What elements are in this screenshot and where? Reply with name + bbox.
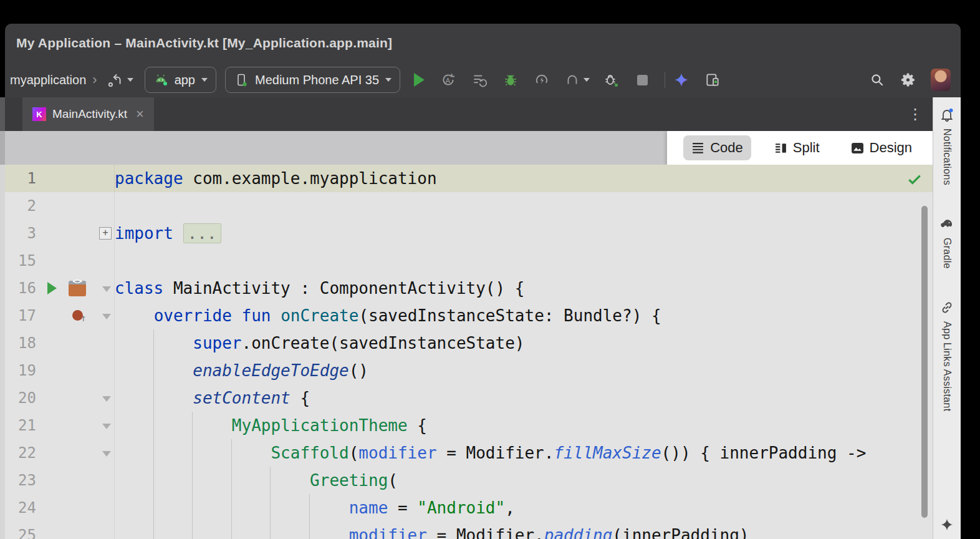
code-line[interactable]: 18 super.onCreate(savedInstanceState) [5,329,933,357]
gutter-marks: <> [36,274,114,302]
gutter-marks: + [36,220,114,247]
gemini-icon [673,72,689,88]
device-select[interactable]: Medium Phone API 35 [225,67,400,93]
code-editor[interactable]: Code Split Design [5,131,933,539]
line-number: 20 [5,384,36,412]
profile-options-icon [564,72,580,88]
line-number: 22 [5,439,36,467]
line-gutter: 23 [5,467,115,494]
fold-collapse-marker[interactable] [102,424,111,429]
code-line[interactable]: 20 setContent { [5,384,933,412]
fold-collapse-marker[interactable] [102,396,111,402]
inspections-status-button[interactable] [906,171,923,187]
code-line[interactable]: 25 modifier = Modifier.padding(innerPadd… [5,522,933,539]
settings-button[interactable] [900,70,917,90]
chevron-down-icon [385,78,392,82]
indent-guide [153,329,154,539]
chevron-down-icon [201,78,208,82]
stop-button[interactable] [633,70,651,90]
tool-app-links-assistant[interactable]: App Links Assistant [939,300,954,411]
run-button[interactable] [414,73,425,87]
device-manager-icon [704,72,721,88]
fold-collapse-marker[interactable] [102,314,111,319]
code-line[interactable]: 1package com.example.myapplication [5,165,933,192]
code-line[interactable]: 23 Greeting( [5,467,933,494]
vcs-widget-button[interactable] [107,70,133,90]
device-manager-button[interactable] [704,70,721,90]
search-icon [869,72,885,88]
run-gutter-icon[interactable] [47,282,57,294]
code-line[interactable]: 19 enableEdgeToEdge() [5,357,933,384]
user-avatar[interactable] [931,69,951,91]
code-line[interactable]: 15 [5,247,933,274]
code-lines[interactable]: 1package com.example.myapplication23+imp… [5,165,933,539]
gutter-marks [36,412,114,439]
work-area: K MainActivity.kt × ⋮ Code [5,97,961,539]
indent-guide [270,467,271,539]
profiler-button[interactable] [533,70,550,90]
line-gutter: 24 [5,494,115,522]
tab-options-kebab-icon[interactable]: ⋮ [908,97,923,131]
design-mode-button[interactable]: Design [843,135,920,160]
code-text: class MainActivity : ComponentActivity()… [115,274,524,302]
profile-options-button[interactable] [564,70,590,90]
debug-button[interactable] [502,70,519,90]
code-line[interactable]: 21 MyApplicationTheme { [5,412,933,439]
device-phone-icon [234,72,249,87]
tool-gradle[interactable]: Gradle [939,216,954,269]
gemini-sparkle-icon[interactable] [940,518,954,532]
code-mode-button[interactable]: Code [683,135,751,160]
tool-notifications[interactable]: Notifications [939,107,954,185]
tool-label: Gradle [941,238,953,269]
indent-guide [192,412,193,539]
close-icon[interactable]: × [136,107,144,121]
line-number: 16 [5,274,36,302]
apply-changes-button[interactable]: A [440,70,457,90]
editor-scrollbar[interactable] [921,206,928,518]
design-mode-label: Design [870,140,912,156]
fold-collapse-marker[interactable] [102,451,111,457]
apply-changes-icon: A [440,72,456,88]
run-configuration-select[interactable]: app [145,67,216,93]
title-bar[interactable]: My Application – MainActivity.kt [My_App… [5,24,961,62]
code-line[interactable]: 17 override fun onCreate(savedInstanceSt… [5,302,933,329]
overriding-method-icon[interactable] [72,310,83,321]
code-line[interactable]: 16<>class MainActivity : ComponentActivi… [5,274,933,302]
line-number: 24 [5,494,36,522]
android-icon [153,72,168,87]
fold-expand-button[interactable]: + [99,227,112,240]
line-gutter: 21 [5,412,115,439]
split-mode-button[interactable]: Split [766,135,828,160]
tab-mainactivity[interactable]: K MainActivity.kt × [22,97,154,131]
gutter-marks [36,494,114,522]
profiler-icon [534,72,550,88]
code-text: Greeting( [115,467,398,494]
code-text: package com.example.myapplication [115,165,437,192]
line-number: 25 [5,522,36,539]
gear-icon [900,72,916,88]
gemini-button[interactable] [673,70,690,90]
gutter-marks [36,522,114,539]
apply-code-changes-button[interactable] [471,70,488,90]
split-mode-label: Split [793,140,820,156]
code-line[interactable]: 3+import ... [5,220,933,247]
line-gutter: 17 [5,302,115,329]
code-text: setContent { [115,384,310,412]
background-window-sliver [0,97,5,539]
gutter-marks [36,302,114,329]
search-everywhere-button[interactable] [868,70,886,90]
attach-debugger-button[interactable] [602,70,620,90]
code-line[interactable]: 2 [5,192,933,220]
project-breadcrumb[interactable]: myapplication › [10,73,97,87]
vcs-branch-icon [107,72,123,88]
android-component-icon[interactable]: <> [69,281,86,296]
toolbar-separator [665,72,665,88]
right-tool-stripe: Notifications Gradle App Links Assistant [933,97,961,539]
indent-guide [231,439,232,539]
code-text: super.onCreate(savedInstanceState) [115,329,524,357]
fold-collapse-marker[interactable] [102,286,111,292]
code-line[interactable]: 24 name = "Android", [5,494,933,522]
code-line[interactable]: 22 Scaffold(modifier = Modifier.fillMaxS… [5,439,933,467]
kotlin-file-icon: K [32,107,46,121]
line-gutter: 1 [5,165,115,192]
